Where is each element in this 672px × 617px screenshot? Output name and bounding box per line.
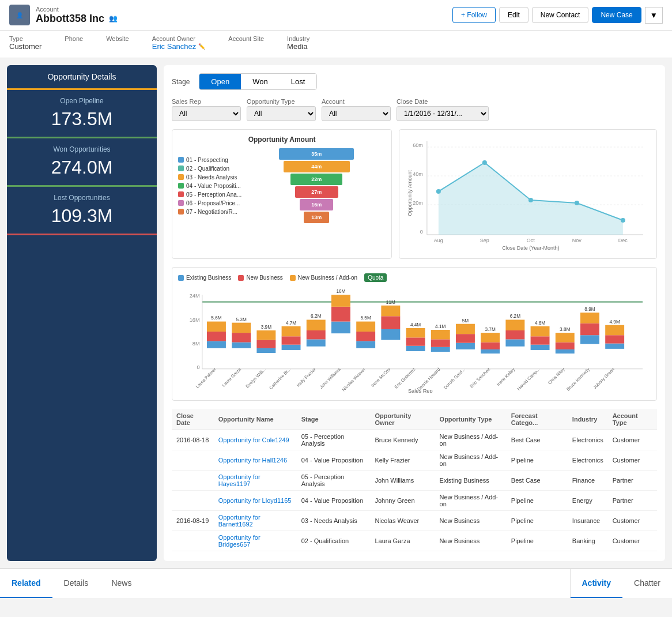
cell-type: Existing Business: [435, 471, 507, 491]
svg-rect-37: [232, 323, 251, 333]
svg-text:Sales Rep: Sales Rep: [408, 388, 433, 393]
svg-text:8M: 8M: [192, 341, 200, 347]
cell-owner: Kelly Frazier: [370, 450, 435, 471]
open-pipeline-section: Open Pipeline 173.5M: [7, 90, 157, 138]
cell-owner: Johnny Green: [370, 491, 435, 511]
main-content: Opportunity Details Open Pipeline 173.5M…: [0, 58, 672, 568]
svg-rect-33: [207, 322, 226, 332]
new-case-button[interactable]: New Case: [592, 7, 641, 23]
svg-text:Oct: Oct: [527, 238, 535, 243]
cell-industry: Finance: [568, 471, 608, 491]
svg-text:Doroth Gard...: Doroth Gard...: [443, 367, 466, 390]
stage-tab-group: Open Won Lost: [199, 73, 317, 90]
svg-rect-92: [580, 323, 599, 336]
cell-stage: 04 - Value Proposition: [297, 491, 371, 511]
cell-owner: Nicolas Weaver: [370, 511, 435, 531]
account-info: Account Abbott358 Inc 👥: [36, 6, 118, 25]
cell-industry: Insurance: [568, 511, 608, 531]
lost-opportunities-section: Lost Opportunities 109.3M: [7, 187, 157, 235]
bar-legend-addon: New Business / Add-on: [290, 273, 357, 282]
bar-chart-header: Existing Business New Business New Busin…: [178, 273, 651, 285]
new-contact-button[interactable]: New Contact: [532, 7, 589, 23]
cell-opp-name: Opportunity for Lloyd1165: [214, 491, 297, 511]
svg-rect-65: [406, 328, 425, 337]
tab-won[interactable]: Won: [241, 74, 280, 89]
edit-owner-icon[interactable]: ✏️: [198, 43, 205, 50]
svg-rect-61: [381, 306, 400, 317]
cell-forecast: Best Case: [507, 471, 568, 491]
svg-rect-53: [331, 295, 350, 307]
cell-date: [172, 450, 214, 471]
meta-phone: Phone: [65, 35, 83, 51]
account-filter-label: Account: [322, 98, 391, 105]
tab-lost[interactable]: Lost: [280, 74, 317, 89]
dropdown-button[interactable]: ▼: [645, 7, 663, 24]
svg-text:Irene McCoy: Irene McCoy: [370, 367, 391, 388]
table-wrapper[interactable]: Close Date Opportunity Name Stage Opport…: [172, 409, 657, 553]
tab-chatter[interactable]: Chatter: [622, 569, 672, 598]
svg-text:4.9M: 4.9M: [610, 319, 620, 325]
svg-text:Catherine Br...: Catherine Br...: [268, 367, 292, 390]
svg-text:John Williams: John Williams: [319, 367, 342, 390]
close-date-select[interactable]: 1/1/2016 - 12/31/...: [397, 106, 489, 121]
svg-rect-49: [307, 319, 326, 330]
col-opp-type: Opportunity Type: [435, 409, 507, 430]
cell-opp-name: Opportunity for Cole1249: [214, 430, 297, 450]
edit-button[interactable]: Edit: [499, 7, 528, 23]
account-owner-value[interactable]: Eric Sanchez: [152, 42, 197, 51]
people-icon[interactable]: 👥: [109, 14, 118, 22]
cell-forecast: Pipeline: [507, 531, 568, 551]
tab-activity[interactable]: Activity: [571, 569, 623, 598]
svg-rect-96: [605, 335, 624, 343]
svg-text:Eric Gutierrez: Eric Gutierrez: [394, 367, 417, 390]
funnel-bar-5: 16m: [300, 199, 333, 210]
svg-text:4.7M: 4.7M: [286, 321, 296, 326]
col-stage: Stage: [297, 409, 371, 430]
tab-open[interactable]: Open: [199, 74, 241, 89]
legend-item-3: 03 - Needs Analysis: [178, 174, 241, 180]
follow-button[interactable]: + Follow: [452, 7, 496, 23]
tab-details[interactable]: Details: [52, 569, 100, 598]
bar-legend-label-addon: New Business / Add-on: [298, 274, 357, 281]
cell-stage: 05 - Perception Analysis: [297, 471, 371, 491]
funnel-bar-1: 35m: [279, 148, 354, 160]
cell-type: New Business / Add-on: [435, 450, 507, 471]
cell-type: New Business: [435, 511, 507, 531]
account-select[interactable]: All: [322, 106, 391, 121]
svg-rect-59: [381, 329, 400, 340]
tab-related[interactable]: Related: [0, 569, 52, 598]
svg-text:4.6M: 4.6M: [535, 321, 545, 326]
cell-forecast: Pipeline: [507, 551, 568, 554]
lost-value: 109.3M: [16, 205, 148, 227]
bottom-tabs: Related Details News Activity Chatter: [0, 568, 672, 598]
tab-news[interactable]: News: [100, 569, 143, 598]
won-value: 274.0M: [16, 157, 148, 178]
meta-website: Website: [106, 35, 129, 51]
legend-label-1: 01 - Prospecting: [186, 157, 228, 163]
data-table: Close Date Opportunity Name Stage Opport…: [172, 409, 657, 553]
right-panel: Stage Open Won Lost Sales Rep All Opport…: [164, 65, 665, 561]
legend-dot-4: [178, 183, 184, 189]
cell-type: New Business / Add-on: [435, 430, 507, 450]
cell-date: [172, 531, 214, 551]
bar-legend-new: New Business: [238, 273, 282, 282]
cell-account-type: Customer: [608, 511, 657, 531]
svg-text:Nov: Nov: [572, 238, 582, 243]
industry-label: Industry: [287, 35, 309, 42]
svg-text:Evelyn Willi...: Evelyn Willi...: [245, 367, 267, 389]
svg-rect-91: [580, 335, 599, 344]
sales-rep-select[interactable]: All: [172, 106, 241, 121]
legend-item-7: 07 - Negotiation/R...: [178, 209, 241, 215]
col-close-date: Close Date: [172, 409, 214, 430]
svg-rect-55: [356, 341, 375, 348]
cell-account-type: Customer: [608, 430, 657, 450]
account-filter: Account All: [322, 98, 391, 121]
oppty-type-select[interactable]: All: [247, 106, 316, 121]
svg-text:16M: 16M: [336, 289, 345, 294]
type-value: Customer: [9, 42, 41, 51]
account-owner-label: Account Owner: [152, 35, 206, 42]
svg-rect-69: [431, 330, 450, 339]
open-pipeline-value: 173.5M: [16, 108, 148, 130]
svg-rect-52: [331, 307, 350, 322]
col-forecast: Forecast Catego...: [507, 409, 568, 430]
